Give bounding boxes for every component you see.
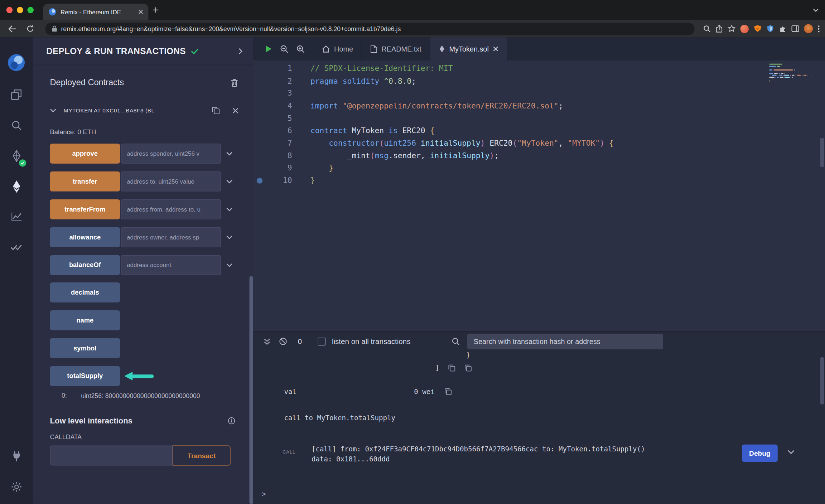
side-panel-icon[interactable] [791,25,799,32]
share-icon[interactable] [715,25,723,33]
remove-contract-icon[interactable] [232,107,238,113]
window-controls[interactable] [6,7,34,13]
expand-log-chevron-icon[interactable] [788,450,795,454]
transferfrom-button[interactable]: transferFrom [50,199,120,219]
tab-mytoken-sol[interactable]: MyToken.sol [430,37,507,60]
file-explorer-icon[interactable] [0,79,33,110]
minimize-window-button[interactable] [17,7,23,13]
settings-gear-icon[interactable] [0,471,33,502]
transfer-button[interactable]: transfer [50,171,120,192]
contract-balance: Balance: 0 ETH [50,129,238,136]
transfer-args-input[interactable] [121,171,221,192]
copy-address-icon[interactable] [212,106,220,115]
solidity-file-icon [439,45,445,53]
symbol-button[interactable]: symbol [50,338,120,358]
code-line: 7 constructor(uint256 initialSupply) ERC… [253,137,825,149]
function-row-transferfrom: transferFrom [50,199,238,219]
address-bar[interactable]: remix.ethereum.org/#lang=en&optimize=fal… [45,22,694,35]
tab-readme[interactable]: README.txt [362,37,430,60]
compile-success-badge [19,159,26,167]
metamask-extension-icon[interactable] [753,25,762,33]
close-window-button[interactable] [6,7,13,13]
profile-avatar[interactable] [804,24,813,33]
collapse-terminal-icon[interactable] [264,338,270,345]
calldata-input[interactable] [50,446,173,466]
approve-button[interactable]: approve [50,144,120,164]
plugin-manager-icon[interactable] [0,441,33,471]
search-icon[interactable] [0,110,33,140]
chevron-down-icon[interactable] [226,263,233,267]
code-line: 6contract MyToken is ERC20 { [253,124,825,137]
minimap[interactable] [769,64,814,81]
trash-icon[interactable] [231,78,238,87]
browser-tab[interactable]: Remix - Ethereum IDE [43,4,148,20]
function-row-balanceof: balanceOf [50,255,238,275]
allowance-args-input[interactable] [121,227,221,247]
info-icon[interactable] [228,417,235,424]
run-script-play-icon[interactable] [265,45,272,53]
tab-label: MyToken.sol [449,45,489,53]
breakpoint-dot[interactable] [253,178,266,183]
browser-tabstrip: Remix - Ethereum IDE [0,0,825,20]
chevron-down-icon[interactable] [226,151,233,156]
extensions-puzzle-icon[interactable] [779,25,787,33]
call-log-row[interactable]: CALL [call] from: 0xf24FF3a9CF04c71Dbc94… [253,440,825,466]
zoom-icon[interactable] [703,25,711,33]
shield-extension-icon[interactable] [767,25,774,33]
copy-icon[interactable] [464,364,472,372]
debug-button[interactable]: Debug [742,445,778,462]
chevron-down-icon[interactable] [226,207,233,212]
copy-icon[interactable] [448,364,455,372]
name-button[interactable]: name [50,310,120,330]
decimals-button[interactable]: decimals [50,282,120,302]
contract-instance-label: MYTOKEN AT 0XC01...BA8F3 (BL [64,107,155,114]
expand-chevron-down-icon[interactable] [50,108,57,113]
balanceof-button[interactable]: balanceOf [50,255,120,275]
editor-scrollbar-thumb[interactable] [820,138,824,167]
tab-label: Home [334,45,353,53]
reload-button[interactable] [23,22,37,35]
approve-args-input[interactable] [121,144,221,164]
tab-close-icon[interactable] [493,46,498,52]
transact-button[interactable]: Transact [173,446,231,466]
terminal-prompt[interactable]: > [261,490,266,498]
browser-toolbar: remix.ethereum.org/#lang=en&optimize=fal… [0,20,825,37]
panel-collapse-chevron-icon[interactable] [238,48,243,54]
tab-close-icon[interactable] [138,9,143,14]
call-badge: CALL [283,449,295,455]
back-button[interactable] [5,22,19,35]
terminal-search-input[interactable] [467,334,663,349]
copy-icon[interactable] [444,388,452,396]
solidity-compiler-icon[interactable] [0,140,33,171]
terminal-scrollbar-thumb[interactable] [820,357,824,404]
code-line: 8 _mint(msg.sender, initialSupply); [253,149,825,162]
menu-kebab-icon[interactable] [817,25,820,33]
code-line: 1// SPDX-License-Identifier: MIT [253,62,825,74]
new-tab-button[interactable] [148,3,163,17]
panel-scrollbar-thumb[interactable] [249,276,253,504]
tab-overview-chevron-icon[interactable] [813,8,819,12]
transferfrom-args-input[interactable] [121,199,221,219]
zoom-out-icon[interactable] [280,44,289,53]
bookmark-star-icon[interactable] [728,25,735,33]
terminal-search-icon [452,337,460,346]
remix-logo-icon[interactable] [0,46,33,79]
analytics-icon[interactable] [0,202,33,232]
balanceof-args-input[interactable] [121,255,221,275]
code-editor[interactable]: 1// SPDX-License-Identifier: MIT2pragma … [253,60,825,331]
chevron-down-icon[interactable] [226,179,233,184]
totalsupply-button[interactable]: totalSupply [50,366,120,386]
maximize-window-button[interactable] [27,7,34,13]
panel-scrollbar[interactable] [249,37,253,504]
extension-icon-1[interactable] [740,24,749,33]
zoom-in-icon[interactable] [296,44,305,53]
allowance-button[interactable]: allowance [50,227,120,247]
chevron-down-icon[interactable] [226,235,233,239]
deploy-and-run-icon[interactable] [0,171,33,202]
deployed-contract-header[interactable]: MYTOKEN AT 0XC01...BA8F3 (BL [50,106,238,115]
clear-console-icon[interactable] [279,337,288,346]
unit-testing-icon[interactable] [0,232,33,262]
tab-label: README.txt [381,45,421,53]
listen-checkbox[interactable] [318,338,325,345]
tab-home[interactable]: Home [314,37,362,60]
